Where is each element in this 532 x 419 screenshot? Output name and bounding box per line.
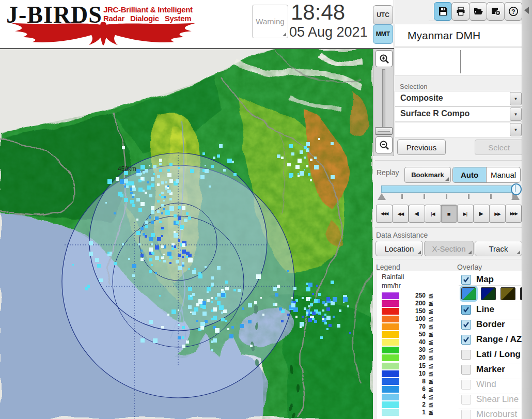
step-back-button[interactable]: |◀ — [425, 205, 441, 223]
selection-dropdown-1[interactable]: Composite ▼ — [395, 91, 523, 106]
map-style-swatch-3[interactable] — [500, 287, 515, 300]
legend-color-chip — [382, 363, 399, 369]
select-button[interactable]: Select — [475, 139, 523, 155]
save-button[interactable] — [434, 2, 452, 21]
overlay-item-line[interactable]: Line — [461, 304, 494, 315]
legend-color-chip — [382, 394, 399, 400]
previous-button[interactable]: Previous — [397, 139, 446, 155]
legend-inequality-sign: ≦ — [428, 385, 433, 393]
zoom-slider-track[interactable] — [382, 69, 385, 128]
zoom-out-button[interactable] — [375, 136, 393, 153]
overlay-item-border[interactable]: Border — [461, 319, 505, 330]
legend-inequality-sign: ≦ — [428, 292, 433, 299]
slider-start-marker[interactable] — [378, 193, 386, 200]
legend-threshold-value: 150 — [403, 307, 426, 315]
panel-edge-strip[interactable] — [522, 0, 532, 419]
checkbox-checked[interactable] — [461, 320, 471, 330]
overlay-item-shear-line[interactable]: Shear Line — [461, 394, 519, 405]
chevron-down-icon[interactable]: ▼ — [510, 92, 522, 105]
replay-label: Replay — [377, 168, 399, 177]
play-reverse-button[interactable]: ◀ — [409, 205, 425, 223]
overlay-item-label: Map — [476, 274, 494, 285]
open-file-button[interactable] — [469, 2, 487, 21]
legend-inequality-sign: ≦ — [428, 370, 433, 377]
checkbox-unchecked[interactable] — [461, 395, 471, 405]
replay-auto-button[interactable]: Auto — [453, 167, 487, 182]
radar-map-image[interactable]: 450km — [0, 49, 373, 419]
play-button[interactable]: ▶ — [473, 205, 490, 223]
map-style-swatch-2[interactable] — [481, 287, 496, 300]
overlay-item-label: Border — [476, 319, 505, 330]
replay-slider-track[interactable] — [381, 185, 515, 193]
checkbox-unchecked[interactable] — [461, 410, 471, 419]
bookmark-button[interactable]: Bookmark — [404, 167, 451, 183]
station-name: Myanmar DMH — [395, 29, 480, 42]
timezone-mmt-button[interactable]: MMT — [373, 24, 393, 44]
forward-button[interactable]: ▶▶ — [489, 205, 506, 223]
legend-threshold-value: 8 — [403, 378, 426, 385]
legend-threshold-value: 15 — [403, 362, 426, 369]
overlay-item-label: Shear Line — [476, 394, 519, 405]
zoom-slider-handle[interactable] — [375, 127, 393, 135]
clock-time: 18:48 — [291, 0, 345, 25]
print-button[interactable] — [451, 2, 470, 21]
overlay-item-microburst[interactable]: Microburst — [461, 409, 517, 419]
legend-inequality-sign: ≦ — [428, 300, 433, 307]
legend-inequality-sign: ≦ — [428, 315, 433, 322]
check-icon — [462, 276, 470, 284]
overlay-item-range-az[interactable]: Range / AZ — [461, 334, 522, 345]
snapshot-button[interactable] — [487, 2, 505, 21]
track-button[interactable]: Track — [475, 241, 522, 256]
checkbox-unchecked[interactable] — [461, 380, 471, 390]
chevron-down-icon[interactable]: ▼ — [510, 107, 522, 121]
help-button[interactable]: ? — [504, 2, 522, 21]
legend-unit-line2: mm/hr — [382, 282, 401, 289]
legend-color-chip — [382, 316, 399, 322]
open-folder-icon — [473, 6, 483, 17]
checkbox-unchecked[interactable] — [461, 350, 471, 360]
step-forward-button[interactable]: ▶| — [457, 205, 474, 223]
selection-label: Selection — [400, 83, 427, 90]
overlay-item-marker[interactable]: Marker — [461, 364, 505, 375]
utc-label: UTC — [377, 11, 389, 19]
location-button[interactable]: Location — [375, 241, 423, 256]
checkbox-checked[interactable] — [461, 305, 471, 315]
legend-threshold-value: 200 — [403, 300, 426, 307]
checkbox-checked[interactable] — [461, 275, 471, 285]
help-icon: ? — [508, 6, 519, 17]
eagle-logo-icon — [5, 21, 201, 45]
legend-color-chip — [382, 300, 399, 307]
legend-inequality-sign: ≦ — [428, 409, 433, 416]
selection-dropdown-3[interactable]: ▼ — [395, 122, 523, 137]
zoom-in-button[interactable] — [375, 50, 393, 67]
legend-threshold-value: 70 — [403, 323, 426, 330]
checkbox-checked[interactable] — [461, 335, 471, 345]
auto-label: Auto — [461, 170, 478, 179]
map-style-swatch-1-selected[interactable] — [461, 287, 476, 300]
replay-manual-button[interactable]: Manual — [487, 167, 520, 182]
stop-button[interactable]: ■ — [441, 205, 457, 223]
check-icon — [462, 336, 470, 344]
legend-inequality-sign: ≦ — [428, 338, 433, 346]
warning-button[interactable]: Warning — [252, 5, 288, 38]
x-section-button[interactable]: X-Section — [424, 241, 474, 256]
station-title-box: Myanmar DMH — [395, 24, 523, 47]
legend-inequality-sign: ≦ — [428, 323, 433, 330]
overlay-item-wind[interactable]: Wind — [461, 379, 496, 390]
timezone-utc-button[interactable]: UTC — [373, 5, 393, 25]
chevron-down-icon[interactable]: ▼ — [510, 123, 522, 136]
collapse-panel-icon[interactable] — [524, 7, 529, 14]
rewind-fast-button[interactable]: ◀◀◀ — [376, 205, 393, 223]
overlay-item-lati-long[interactable]: Lati / Long — [461, 349, 521, 360]
overlay-item-label: Range / AZ — [476, 334, 522, 345]
checkbox-unchecked[interactable] — [461, 365, 471, 375]
rewind-button[interactable]: ◀◀ — [392, 205, 409, 223]
legend-inequality-sign: ≦ — [428, 354, 433, 361]
legend-color-chip — [382, 347, 399, 353]
legend-threshold-value: 250 — [403, 292, 426, 299]
previous-button-label: Previous — [406, 143, 436, 152]
replay-slider-handle[interactable] — [511, 183, 522, 195]
selection-dropdown-2[interactable]: Surface R Compo ▼ — [395, 106, 523, 122]
forward-fast-button[interactable]: ▶▶▶ — [505, 205, 522, 223]
overlay-item-map[interactable]: Map — [461, 274, 494, 285]
